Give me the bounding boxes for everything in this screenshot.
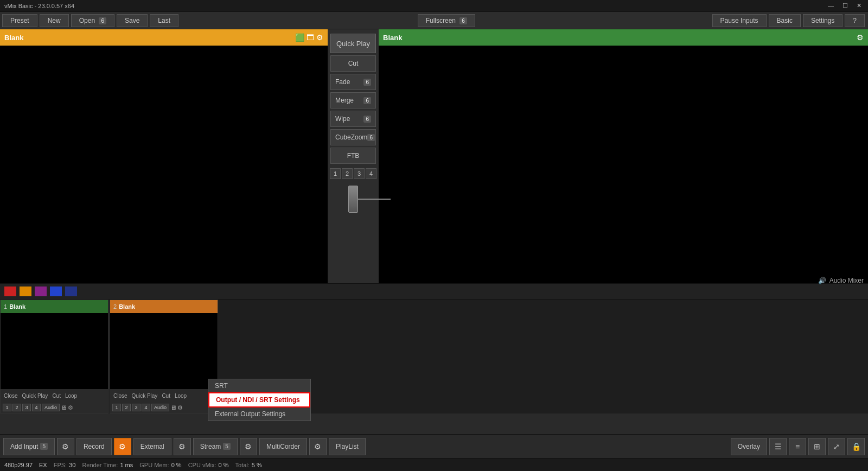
wipe-button[interactable]: Wipe 6 <box>330 111 376 127</box>
overlay-grid-icon[interactable]: ⊞ <box>808 438 826 455</box>
input-1-p1[interactable]: 1 <box>3 404 11 411</box>
input-2-p2[interactable]: 2 <box>122 404 131 411</box>
input-2-screen <box>110 313 218 389</box>
input-card-1: 1 Blank Close Quick Play Cut Loop 1 2 3 … <box>0 300 108 413</box>
close-button[interactable]: ✕ <box>854 2 864 9</box>
settings-icon[interactable]: ⚙ <box>316 33 323 42</box>
overlay-bar-icon[interactable]: ≡ <box>789 438 806 455</box>
input-2-p1[interactable]: 1 <box>112 404 121 411</box>
cut-button[interactable]: Cut <box>330 55 376 72</box>
transition-slider[interactable] <box>348 186 358 213</box>
input-2-settings-icon[interactable]: ⚙ <box>177 404 183 411</box>
new-button[interactable]: New <box>40 14 69 27</box>
help-button[interactable]: ? <box>845 14 865 27</box>
input-1-cut[interactable]: Cut <box>51 393 62 399</box>
save-button[interactable]: Save <box>117 14 148 27</box>
open-badge: 6 <box>99 17 106 24</box>
multicorder-gear[interactable]: ⚙ <box>309 438 327 455</box>
maximize-button[interactable]: ☐ <box>840 2 850 9</box>
fps-item: FPS: 30 <box>54 462 76 468</box>
overlay-lock-icon[interactable]: 🔒 <box>847 438 865 455</box>
settings-button[interactable]: Settings <box>803 14 843 27</box>
input-1-controls: Close Quick Play Cut Loop <box>1 389 108 402</box>
stream-gear[interactable]: ⚙ <box>240 438 257 455</box>
wipe-label: Wipe <box>335 115 350 123</box>
page-3-button[interactable]: 3 <box>354 168 365 179</box>
input-1-settings-icon[interactable]: ⚙ <box>68 404 73 411</box>
overlay-list-icon[interactable]: ☰ <box>769 438 787 455</box>
multicorder-button[interactable]: MultiCorder <box>259 438 307 455</box>
color-blue[interactable] <box>50 287 62 296</box>
transition-slider-area <box>348 186 358 213</box>
fade-button[interactable]: Fade 6 <box>330 74 376 90</box>
input-2-p3[interactable]: 3 <box>132 404 141 411</box>
window-icon[interactable]: 🗖 <box>307 33 314 42</box>
page-buttons: 1 2 3 4 <box>330 168 376 179</box>
page-4-button[interactable]: 4 <box>366 168 376 179</box>
preset-button[interactable]: Preset <box>2 14 37 27</box>
color-orange[interactable] <box>20 287 31 296</box>
ex-item: EX <box>39 462 47 468</box>
last-button[interactable]: Last <box>150 14 178 27</box>
input-1-audio[interactable]: Audio <box>42 404 60 411</box>
total-value: 5 % <box>252 462 262 468</box>
cubezoom-button[interactable]: CubeZoom 6 <box>330 129 376 145</box>
basic-button[interactable]: Basic <box>769 14 801 27</box>
overlay-button[interactable]: Overlay <box>731 438 767 455</box>
input-2-loop[interactable]: Loop <box>174 393 188 399</box>
record-button[interactable]: Record <box>76 438 112 455</box>
color-dark-blue[interactable] <box>65 287 77 296</box>
input-1-quickplay[interactable]: Quick Play <box>21 393 49 399</box>
output-header: Blank ⚙ <box>379 29 868 46</box>
input-1-monitor-icon[interactable]: 🖥 <box>61 404 67 411</box>
fullscreen-button[interactable]: Fullscreen 6 <box>418 14 475 27</box>
playlist-button[interactable]: PlayList <box>329 438 366 455</box>
minimize-button[interactable]: — <box>826 2 836 9</box>
input-1-header: 1 Blank <box>1 300 108 313</box>
pause-inputs-button[interactable]: Pause Inputs <box>712 14 767 27</box>
input-1-loop[interactable]: Loop <box>64 393 78 399</box>
quick-play-button[interactable]: Quick Play <box>330 34 376 53</box>
input-1-p2[interactable]: 2 <box>12 404 21 411</box>
input-2-close[interactable]: Close <box>112 393 129 399</box>
color-picker-icon[interactable]: 🟩 <box>295 33 304 42</box>
input-1-num-buttons: 1 2 3 4 Audio 🖥 ⚙ <box>1 402 108 413</box>
input-2-monitor-icon[interactable]: 🖥 <box>170 404 176 411</box>
context-menu: SRT Output / NDI / SRT Settings External… <box>208 379 311 421</box>
page-1-button[interactable]: 1 <box>330 168 341 179</box>
overlay-expand-icon[interactable]: ⤢ <box>828 438 845 455</box>
external-gear[interactable]: ⚙ <box>174 438 191 455</box>
input-2-p4[interactable]: 4 <box>142 404 150 411</box>
input-2-audio[interactable]: Audio <box>151 404 169 411</box>
merge-button[interactable]: Merge 6 <box>330 92 376 109</box>
fade-label: Fade <box>335 78 350 86</box>
output-settings-icon[interactable]: ⚙ <box>857 33 864 42</box>
menu-external-output[interactable]: External Output Settings <box>208 408 310 421</box>
input-area: 1 Blank Close Quick Play Cut Loop 1 2 3 … <box>0 300 868 413</box>
input-2-quickplay[interactable]: Quick Play <box>131 393 159 399</box>
input-card-2: 2 Blank Close Quick Play Cut Loop 1 2 3 … <box>110 300 218 413</box>
color-red[interactable] <box>4 287 16 296</box>
ftb-button[interactable]: FTB <box>330 148 376 164</box>
input-1-p4[interactable]: 4 <box>32 404 41 411</box>
bottom-bar: Add Input 5 ⚙ Record ⚙ External ⚙ Stream… <box>0 434 868 458</box>
add-input-button[interactable]: Add Input 5 <box>3 438 55 455</box>
output-icons: ⚙ <box>857 33 864 42</box>
color-purple[interactable] <box>35 287 47 296</box>
input-1-close[interactable]: Close <box>3 393 19 399</box>
audio-mixer-label: Audio Mixer <box>829 277 864 284</box>
color-section <box>0 283 868 300</box>
record-settings-button[interactable]: ⚙ <box>114 438 131 455</box>
toolbar: Preset New Open 6 Save Last Fullscreen 6… <box>0 12 868 29</box>
menu-srt[interactable]: SRT <box>208 379 310 392</box>
cpu-value: 0 % <box>219 462 229 468</box>
page-2-button[interactable]: 2 <box>342 168 353 179</box>
app-title: vMix Basic - 23.0.0.57 x64 <box>4 3 74 9</box>
add-input-gear[interactable]: ⚙ <box>57 438 74 455</box>
input-2-cut[interactable]: Cut <box>161 393 171 399</box>
stream-button[interactable]: Stream 5 <box>193 438 238 455</box>
external-button[interactable]: External <box>133 438 171 455</box>
menu-output-ndi-srt[interactable]: Output / NDI / SRT Settings <box>208 392 310 408</box>
input-1-p3[interactable]: 3 <box>22 404 31 411</box>
open-button[interactable]: Open 6 <box>71 14 114 27</box>
